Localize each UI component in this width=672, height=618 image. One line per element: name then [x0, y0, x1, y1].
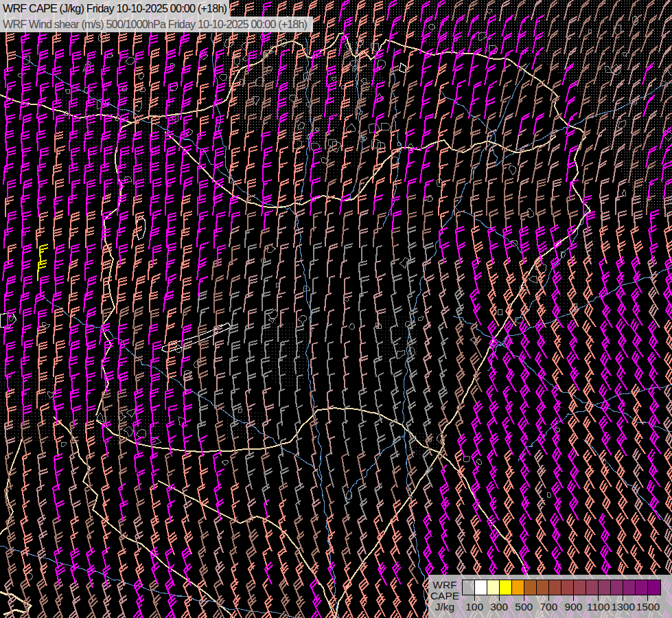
svg-text:1500: 1500: [636, 601, 660, 613]
svg-text:WRF: WRF: [432, 579, 456, 591]
svg-text:CAPE: CAPE: [430, 590, 459, 602]
svg-text:1300: 1300: [612, 601, 636, 613]
svg-text:100: 100: [465, 601, 483, 613]
svg-text:500: 500: [515, 601, 533, 613]
svg-text:700: 700: [540, 601, 557, 613]
svg-text:WRF CAPE (J/kg) Friday 10-10-2: WRF CAPE (J/kg) Friday 10-10-2025 00:00 …: [3, 2, 227, 14]
svg-text:300: 300: [490, 601, 508, 613]
svg-text:J/kg: J/kg: [435, 601, 454, 613]
svg-text:WRF Wind shear (m/s) 500/1000h: WRF Wind shear (m/s) 500/1000hPa Friday …: [3, 18, 308, 30]
svg-text:1100: 1100: [587, 601, 610, 613]
svg-text:900: 900: [565, 601, 583, 613]
